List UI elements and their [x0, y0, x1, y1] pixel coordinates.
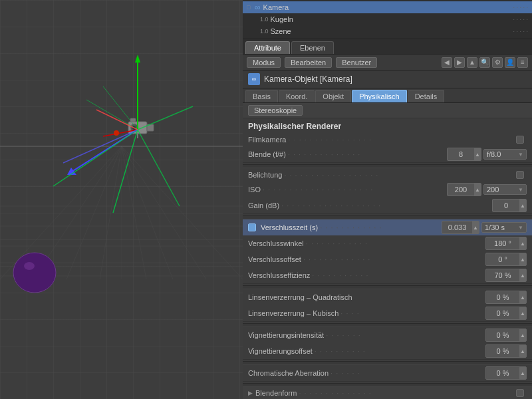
verschlusseffizienz-input[interactable]	[486, 271, 519, 280]
up-icon[interactable]: ▲	[467, 57, 477, 68]
linsen-kub-row[interactable]: Linsenverzerrung – Kubisch · · · · ▲	[243, 305, 532, 321]
blende-spinbox[interactable]: ▲	[447, 148, 481, 161]
verschlusseffizienz-value: ▲	[485, 269, 527, 282]
object-list-item-kugeln[interactable]: 1.0 Kugeln · · · · ·	[243, 13, 532, 25]
toolbar-benutzer[interactable]: Benutzer	[336, 57, 377, 68]
verschlusswinkel-input[interactable]	[486, 239, 519, 248]
object-list-item-szene[interactable]: 1.0 Szene · · · · ·	[243, 25, 532, 37]
verschlusseffizienz-spinbox[interactable]: ▲	[485, 269, 527, 282]
linsen-quad-spinbox[interactable]: ▲	[485, 291, 527, 304]
vignett-off-value: ▲	[485, 344, 527, 358]
gain-row[interactable]: Gain (dB) · · · · · · · · · · · · · · · …	[243, 198, 532, 213]
verschlussoffset-spinbox[interactable]: ▲	[485, 253, 527, 266]
3d-viewport[interactable]	[0, 0, 243, 399]
vignett-int-up[interactable]: ▲	[519, 329, 526, 341]
arrow-left-icon[interactable]: ◀	[442, 57, 452, 68]
linsen-quad-up[interactable]: ▲	[519, 291, 526, 303]
chromat-input[interactable]	[486, 368, 519, 378]
verschlusszeit-up[interactable]: ▲	[472, 221, 479, 233]
linsen-quad-input[interactable]	[486, 293, 519, 302]
iso-row[interactable]: ISO · · · · · · · · · · · · · · · · · · …	[243, 182, 532, 198]
belichtung-toggle[interactable]	[516, 171, 524, 179]
verschlusswinkel-spinbox[interactable]: ▲	[485, 237, 527, 250]
linsen-kub-input[interactable]	[486, 309, 519, 318]
settings-icon[interactable]: ⚙	[492, 57, 503, 68]
linsen-quad-value: ▲	[485, 291, 527, 304]
blende-dropdown[interactable]: f/8.0 ▼	[483, 149, 527, 160]
verschlusszeit-dropdown[interactable]: 1/30 s ▼	[481, 222, 527, 233]
blende-up[interactable]: ▲	[474, 148, 481, 160]
object-list-item-kamera[interactable]: □ ∞ Kamera · · · · ·	[243, 1, 532, 13]
tab-ebenen[interactable]: Ebenen	[291, 41, 334, 54]
vignett-off-spinbox[interactable]: ▲	[485, 344, 527, 358]
verschlusseffizienz-row[interactable]: Verschlusseffizienz · · · · · · · · · · …	[243, 267, 532, 283]
vignett-int-label: Vignettierungsintensität · · · · · · ·	[248, 331, 485, 339]
blendenform-header[interactable]: ▶ Blendenform · · · · · · · · · · · · · …	[243, 387, 532, 399]
blende-value: ▲ f/8.0 ▼	[447, 148, 527, 161]
tab-attribute[interactable]: Attribute	[245, 41, 290, 54]
properties-panel[interactable]: Physikalischer Renderer Filmkamera · · ·…	[243, 118, 532, 399]
stereo-button[interactable]: Stereoskopie	[248, 105, 303, 116]
gain-up[interactable]: ▲	[519, 200, 526, 211]
iso-dropdown[interactable]: 200 ▼	[483, 184, 527, 195]
vignett-off-row[interactable]: Vignettierungsoffset · · · · · · · · · ·…	[243, 343, 532, 359]
filmkamera-row[interactable]: Filmkamera · · · · · · · · · · · · · · ·…	[243, 133, 532, 146]
blendenform-toggle[interactable]	[516, 389, 524, 397]
gain-input[interactable]	[493, 201, 519, 210]
object-header: ∞ Kamera-Objekt [Kamera]	[243, 70, 532, 88]
verschlusszeit-toggle[interactable]	[248, 223, 256, 231]
verschlussoffset-up[interactable]: ▲	[519, 253, 526, 265]
verschlusswinkel-row[interactable]: Verschlusswinkel · · · · · · · · · · · ·…	[243, 235, 532, 251]
svg-line-6	[122, 146, 173, 279]
expand-arrow-icon: ▶	[248, 390, 253, 396]
toolbar-modus[interactable]: Modus	[247, 57, 281, 68]
vignett-group: Vignettierungsintensität · · · · · · · ▲…	[243, 327, 532, 360]
blende-label: Blende (f/#) · · · · · · · · · · · · · ·	[248, 150, 447, 158]
prop-tab-basis[interactable]: Basis	[245, 90, 278, 102]
chromat-row[interactable]: Chromatische Aberration · · · · · · ▲	[243, 365, 532, 381]
verschlusszeit-input[interactable]	[442, 223, 472, 232]
menu-icon[interactable]: ≡	[517, 57, 528, 68]
prop-tab-details[interactable]: Details	[408, 90, 445, 102]
iso-input[interactable]	[448, 185, 474, 194]
iso-up[interactable]: ▲	[474, 184, 481, 196]
verschlusszeit-row[interactable]: Verschlusszeit (s) · · · · · · · · · · ·…	[243, 219, 532, 235]
linsen-quad-label: Linsenverzerrung – Quadratisch	[248, 293, 485, 301]
chromat-spinbox[interactable]: ▲	[485, 366, 527, 380]
vignett-int-row[interactable]: Vignettierungsintensität · · · · · · · ▲	[243, 327, 532, 343]
prop-tab-physikalisch[interactable]: Physikalisch	[352, 90, 407, 102]
vignett-int-input[interactable]	[486, 331, 519, 340]
iso-spinbox[interactable]: ▲	[447, 183, 481, 196]
filmkamera-toggle[interactable]	[516, 136, 524, 144]
level-icon: 1.0	[260, 28, 269, 35]
blende-row[interactable]: Blende (f/#) · · · · · · · · · · · · · ·…	[243, 146, 532, 162]
verschlusszeit-spinbox[interactable]: ▲	[442, 221, 479, 234]
verschlusswinkel-up[interactable]: ▲	[519, 237, 526, 249]
arrow-right-icon[interactable]: ▶	[454, 57, 465, 68]
dots: · · · · ·	[513, 16, 528, 23]
linsen-quad-row[interactable]: Linsenverzerrung – Quadratisch ▲	[243, 289, 532, 305]
svg-rect-37	[130, 118, 136, 122]
gain-spinbox[interactable]: ▲	[492, 199, 527, 212]
linsen-kub-spinbox[interactable]: ▲	[485, 307, 527, 320]
linsen-kub-up[interactable]: ▲	[519, 307, 526, 319]
verschlusszeit-value: ▲ 1/30 s ▼	[442, 221, 527, 234]
vignett-off-up[interactable]: ▲	[519, 345, 526, 357]
prop-tab-objekt[interactable]: Objekt	[315, 90, 351, 102]
chromat-up[interactable]: ▲	[519, 367, 526, 379]
blende-input[interactable]	[448, 150, 474, 159]
verschlussoffset-input[interactable]	[486, 255, 519, 264]
vignett-int-spinbox[interactable]: ▲	[485, 329, 527, 342]
dots: · · · · ·	[513, 4, 528, 11]
verschlusseffizienz-up[interactable]: ▲	[519, 269, 526, 281]
prop-tab-koord[interactable]: Koord.	[279, 90, 315, 102]
toolbar-bearbeiten[interactable]: Bearbeiten	[285, 57, 332, 68]
vignett-off-input[interactable]	[486, 346, 519, 356]
svg-marker-22	[135, 55, 140, 63]
verschlussoffset-row[interactable]: Verschlussoffset · · · · · · · · · · · ·…	[243, 251, 532, 267]
search-icon[interactable]: 🔍	[479, 57, 490, 68]
user-icon[interactable]: 👤	[505, 57, 515, 68]
dropdown-arrow: ▼	[518, 187, 523, 193]
belichtung-row[interactable]: Belichtung · · · · · · · · · · · · · · ·…	[243, 168, 532, 182]
object-title: Kamera-Objekt [Kamera]	[264, 74, 352, 84]
